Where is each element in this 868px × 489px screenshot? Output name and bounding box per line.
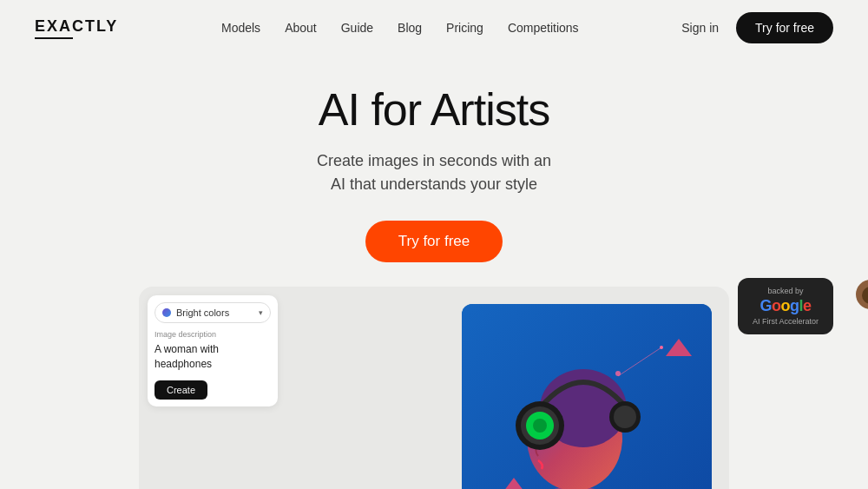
logo-underline <box>35 37 73 39</box>
nav-item-models[interactable]: Models <box>221 21 260 35</box>
try-free-hero-button[interactable]: Try for free <box>365 221 503 262</box>
nav-item-blog[interactable]: Blog <box>398 21 422 35</box>
hero-section: AI for Artists Create images in seconds … <box>0 56 868 262</box>
google-sub-label: AI First Accelerator <box>750 317 821 326</box>
ui-mockup: Bright colors ▾ Image description A woma… <box>139 287 729 489</box>
model-dot-icon <box>162 308 171 317</box>
hero-subtitle: Create images in seconds with an AI that… <box>0 149 868 196</box>
svg-point-15 <box>533 419 547 433</box>
generated-image <box>462 304 712 489</box>
navbar: EXACTLY Models About Guide Blog Pricing … <box>0 0 868 56</box>
content-area: backed by Google AI First Accelerator Br… <box>139 287 729 489</box>
model-selector[interactable]: Bright colors ▾ <box>155 302 271 323</box>
google-brand-text: Google <box>750 297 821 315</box>
nav-links: Models About Guide Blog Pricing Competit… <box>221 21 579 35</box>
nav-item-pricing[interactable]: Pricing <box>446 21 483 35</box>
image-desc-label: Image description <box>155 330 271 339</box>
nav-item-competitions[interactable]: Competitions <box>508 21 579 35</box>
backed-by-label: backed by <box>750 287 821 295</box>
sign-in-link[interactable]: Sign in <box>681 21 719 35</box>
try-free-nav-button[interactable]: Try for free <box>736 12 833 43</box>
create-button[interactable]: Create <box>155 380 207 400</box>
nav-item-about[interactable]: About <box>285 21 317 35</box>
chevron-down-icon: ▾ <box>259 308 263 317</box>
model-selector-label: Bright colors <box>176 307 253 318</box>
hero-title: AI for Artists <box>0 83 868 135</box>
google-badge: backed by Google AI First Accelerator <box>738 278 833 334</box>
svg-point-6 <box>660 346 663 349</box>
nav-right: Sign in Try for free <box>681 12 833 43</box>
svg-point-17 <box>614 406 636 428</box>
nav-item-guide[interactable]: Guide <box>341 21 373 35</box>
image-desc-value[interactable]: A woman with headphones <box>155 342 271 372</box>
avatar <box>856 280 868 309</box>
left-panel: Bright colors ▾ Image description A woma… <box>148 295 278 406</box>
logo: EXACTLY <box>35 17 118 39</box>
logo-text: EXACTLY <box>35 17 118 36</box>
